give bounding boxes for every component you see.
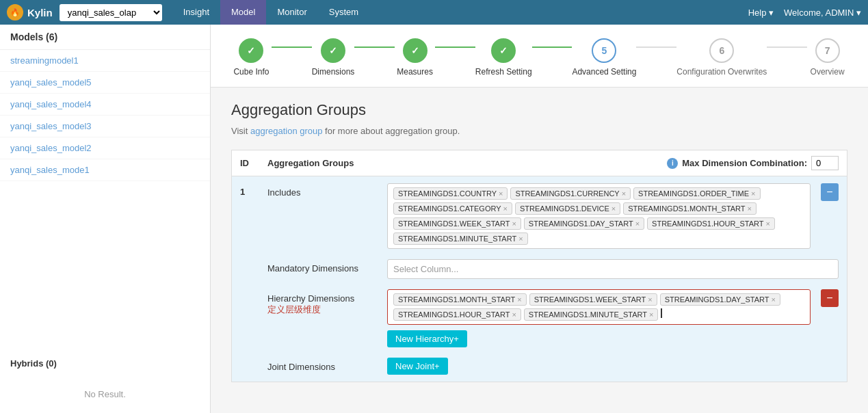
remove-group-button[interactable]: − — [821, 183, 839, 201]
agg-row-1: 1 Includes STREAMINGDS1.COUNTRY × — [231, 176, 847, 382]
connector-3 — [435, 46, 475, 48]
header-id: ID — [240, 158, 267, 168]
new-hierarchy-button[interactable]: New Hierarchy+ — [387, 330, 467, 347]
logo-icon: 🔥 — [7, 4, 23, 21]
wizard-steps: ✓ Cube Info ✓ Dimensions ✓ Measures ✓ Re… — [211, 25, 868, 88]
step-dimensions: ✓ Dimensions — [312, 38, 355, 77]
agg-row-body: Includes STREAMINGDS1.COUNTRY × STREAMIN… — [267, 183, 839, 375]
htag-week-remove[interactable]: × — [648, 295, 652, 304]
tag-minute-start: STREAMINGDS1.MINUTE_START × — [393, 232, 528, 245]
connector-2 — [354, 46, 395, 48]
tag-category-remove[interactable]: × — [503, 204, 508, 213]
sidebar: Models (6) streamingmodel1 yanqi_sales_m… — [0, 25, 211, 413]
sidebar-item-streamingmodel1[interactable]: streamingmodel1 — [0, 50, 210, 72]
tab-monitor[interactable]: Monitor — [266, 0, 317, 25]
models-title: Models (6) — [0, 25, 210, 50]
info-icon: i — [667, 158, 678, 169]
nav-right: Help ▾ Welcome, ADMIN ▾ — [748, 8, 861, 18]
tag-device: STREAMINGDS1.DEVICE × — [515, 202, 620, 215]
tag-order-time: STREAMINGDS1.ORDER_TIME × — [633, 187, 760, 200]
htag-day: STREAMINGDS1.DAY_START × — [660, 293, 780, 306]
tag-country: STREAMINGDS1.COUNTRY × — [393, 187, 508, 200]
top-navigation: 🔥 Kylin yanqi_sales_olap Insight Model M… — [0, 0, 868, 25]
htag-minute: STREAMINGDS1.MINUTE_START × — [524, 308, 659, 321]
step-circle-3: ✓ — [403, 38, 428, 63]
tab-insight[interactable]: Insight — [172, 0, 220, 25]
tag-category: STREAMINGDS1.CATEGORY × — [393, 202, 512, 215]
step-config: 6 Configuration Overwrites — [676, 38, 767, 77]
tag-hour-start: STREAMINGDS1.HOUR_START × — [647, 217, 775, 230]
joint-content: New Joint+ — [387, 358, 839, 375]
sidebar-item-yanqi1[interactable]: yanqi_sales_mode1 — [0, 159, 210, 181]
step-circle-4: ✓ — [491, 38, 516, 63]
tab-system[interactable]: System — [318, 0, 369, 25]
main-content: ✓ Cube Info ✓ Dimensions ✓ Measures ✓ Re… — [211, 25, 868, 413]
connector-6 — [767, 46, 807, 48]
tag-country-remove[interactable]: × — [499, 189, 503, 198]
model-dropdown[interactable]: yanqi_sales_olap — [60, 4, 162, 21]
step-label-6: Configuration Overwrites — [676, 67, 767, 77]
htag-month-remove[interactable]: × — [517, 295, 521, 304]
hierarchy-content: STREAMINGDS1.MONTH_START × STREAMINGDS1.… — [387, 289, 811, 347]
joint-label: Joint Dimensions — [267, 358, 377, 372]
tag-week-start: STREAMINGDS1.WEEK_START × — [393, 217, 521, 230]
mandatory-section: Mandatory Dimensions Select Column... — [267, 259, 839, 279]
includes-label: Includes — [267, 183, 377, 198]
includes-section: Includes STREAMINGDS1.COUNTRY × STREAMIN… — [267, 183, 839, 249]
htag-day-remove[interactable]: × — [771, 295, 775, 304]
hierarchy-label-container: Hierarchy Dimensions 定义层级维度 — [267, 289, 377, 316]
header-max: i Max Dimension Combination: — [667, 156, 839, 170]
tag-week-remove[interactable]: × — [512, 219, 516, 228]
mandatory-select[interactable]: Select Column... — [387, 259, 839, 279]
hierarchy-label-sub: 定义层级维度 — [267, 304, 377, 316]
tag-currency-remove[interactable]: × — [622, 189, 626, 198]
tag-day-remove[interactable]: × — [635, 219, 640, 228]
user-menu[interactable]: Welcome, ADMIN ▾ — [784, 8, 861, 18]
step-measures: ✓ Measures — [395, 38, 435, 77]
sidebar-item-yanqi3[interactable]: yanqi_sales_model3 — [0, 116, 210, 137]
hierarchy-tags-box[interactable]: STREAMINGDS1.MONTH_START × STREAMINGDS1.… — [387, 289, 811, 325]
tag-month-remove[interactable]: × — [748, 204, 752, 213]
connector-1 — [272, 46, 312, 48]
step-circle-5: 5 — [592, 38, 616, 63]
connector-5 — [636, 46, 676, 48]
max-label: Max Dimension Combination: — [682, 158, 807, 168]
tab-model[interactable]: Model — [220, 0, 266, 25]
tag-month-start: STREAMINGDS1.MONTH_START × — [623, 202, 757, 215]
tag-device-remove[interactable]: × — [611, 204, 616, 213]
remove-hierarchy-button[interactable]: − — [821, 289, 839, 307]
tag-minute-remove[interactable]: × — [518, 235, 523, 243]
header-groups: Aggregation Groups — [267, 158, 667, 168]
tag-currency: STREAMINGDS1.CURRENCY × — [510, 187, 631, 200]
step-refresh: ✓ Refresh Setting — [475, 38, 532, 77]
max-dimension-input[interactable] — [811, 156, 839, 170]
step-circle-2: ✓ — [321, 38, 345, 63]
step-circle-1: ✓ — [239, 38, 263, 63]
tag-order-time-remove[interactable]: × — [751, 189, 755, 198]
step-overview: 7 Overview — [807, 38, 847, 77]
includes-content: STREAMINGDS1.COUNTRY × STREAMINGDS1.CURR… — [387, 183, 811, 249]
includes-tags-box[interactable]: STREAMINGDS1.COUNTRY × STREAMINGDS1.CURR… — [387, 183, 811, 249]
sidebar-model-list: streamingmodel1 yanqi_sales_model5 yanqi… — [0, 50, 210, 351]
htag-hour-remove[interactable]: × — [512, 310, 516, 319]
htag-hour: STREAMINGDS1.HOUR_START × — [393, 308, 521, 321]
tag-hour-remove[interactable]: × — [766, 219, 770, 228]
step-label-4: Refresh Setting — [475, 67, 532, 77]
mandatory-content: Select Column... — [387, 259, 839, 279]
tag-day-start: STREAMINGDS1.DAY_START × — [524, 217, 644, 230]
text-cursor — [661, 308, 662, 318]
new-joint-button[interactable]: New Joint+ — [387, 358, 448, 375]
main-layout: Models (6) streamingmodel1 yanqi_sales_m… — [0, 25, 868, 413]
nav-tabs: Insight Model Monitor System — [172, 0, 369, 25]
htag-week: STREAMINGDS1.WEEK_START × — [529, 293, 657, 306]
page-subtitle: Visit aggregation group for more about a… — [231, 126, 847, 136]
htag-minute-remove[interactable]: × — [649, 310, 653, 319]
sidebar-item-yanqi2[interactable]: yanqi_sales_model2 — [0, 137, 210, 159]
page-title: Aggregation Groups — [231, 101, 847, 119]
app-name: Kylin — [27, 7, 53, 18]
joint-section: Joint Dimensions New Joint+ — [267, 358, 839, 375]
sidebar-item-yanqi5[interactable]: yanqi_sales_model5 — [0, 72, 210, 94]
sidebar-item-yanqi4[interactable]: yanqi_sales_model4 — [0, 94, 210, 116]
help-link[interactable]: Help ▾ — [748, 8, 774, 18]
aggregation-group-link[interactable]: aggregation group — [250, 126, 323, 136]
